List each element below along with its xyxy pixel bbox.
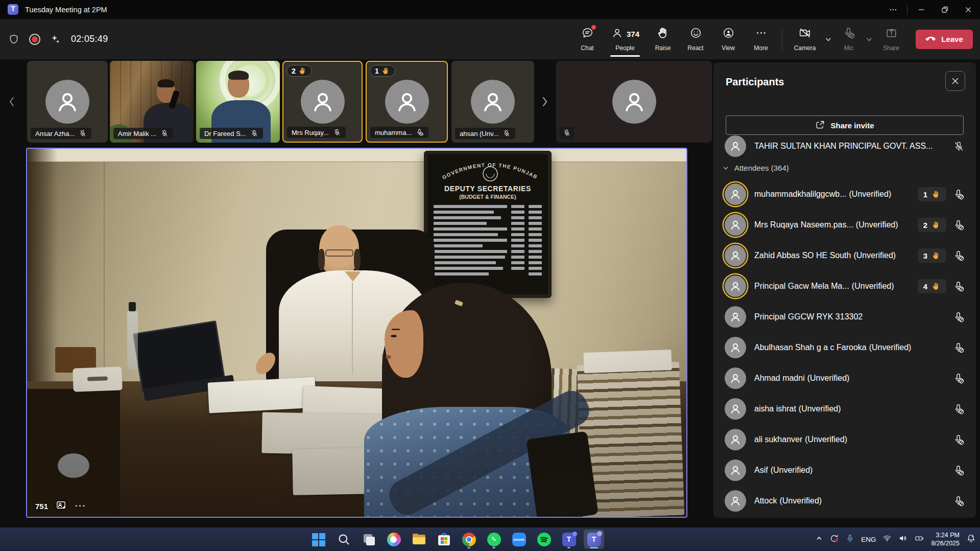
filmstrip-tile[interactable]: ahsan (Unv... (451, 61, 534, 143)
attendee-row[interactable]: Asif(Unverified) (713, 455, 976, 486)
tile-name-label: Ansar Azha... (31, 128, 91, 139)
avatar (725, 398, 746, 420)
filmstrip-tile[interactable]: 2Mrs Ruqay... (282, 61, 363, 143)
people-button[interactable]: 374 People (604, 20, 647, 58)
attendee-row[interactable]: Zahid Abbas SO HE South(Unverified)3 (713, 240, 976, 271)
mic-blocked-icon (416, 128, 424, 136)
tray-chevron-up-icon[interactable] (816, 535, 823, 544)
mic-options-chevron[interactable] (864, 20, 875, 58)
filmstrip-tile[interactable] (556, 61, 712, 143)
wifi-icon[interactable] (882, 534, 892, 545)
attendee-status: (Unverified) (805, 435, 847, 444)
copilot-taskbar-icon[interactable] (384, 530, 404, 549)
avatar (725, 460, 746, 481)
participant-row-pinned[interactable]: TAHIR SULTAN KHAN PRINCIPAL GOVT. ASS... (713, 134, 976, 158)
mic-muted-icon (160, 129, 169, 137)
attendee-row[interactable]: Principal Gacw Mela Ma...(Unverified)4 (713, 271, 976, 302)
avatar (725, 429, 746, 450)
taskbar-clock[interactable]: 3:24 PM 8/26/2025 (931, 531, 960, 548)
share-invite-icon (815, 120, 825, 131)
notification-bell-icon[interactable]: z (966, 534, 976, 545)
react-button[interactable]: React (679, 20, 712, 58)
windows-start-taskbar-icon[interactable] (308, 530, 329, 549)
more-dots-icon (755, 27, 768, 41)
raise-hand-button[interactable]: Raise (647, 20, 679, 58)
raised-hand-badge: 1 (370, 65, 395, 77)
file-explorer-taskbar-icon[interactable] (409, 530, 429, 549)
close-button[interactable] (957, 0, 980, 19)
person-icon (728, 432, 743, 447)
mic-control[interactable] (953, 373, 965, 384)
mic-control[interactable] (953, 311, 965, 323)
attendee-name: Principal GGCW RYK 313302 (754, 312, 863, 322)
stage-more-options[interactable]: ··· (75, 501, 86, 511)
mic-control[interactable] (953, 281, 965, 292)
participant-name: TAHIR SULTAN KHAN PRINCIPAL GOVT. ASS... (754, 142, 933, 151)
more-button[interactable]: More (745, 20, 777, 58)
volume-icon[interactable] (898, 534, 907, 545)
person-icon (728, 218, 743, 232)
attendee-row[interactable]: Abulhasan Shah g a c Farooka(Unverified) (713, 332, 976, 363)
tray-mic-icon[interactable] (846, 534, 854, 545)
attendee-row[interactable]: aisha ishrat(Unverified) (713, 394, 976, 424)
attendee-row[interactable]: Principal GGCW RYK 313302 (713, 302, 976, 332)
restore-button[interactable] (933, 0, 957, 19)
filmstrip-tile[interactable]: Amir Malik ... (110, 61, 194, 143)
share-button[interactable]: Share (875, 20, 907, 58)
search-taskbar-icon[interactable] (333, 530, 354, 549)
filmstrip-tile[interactable]: Dr Fareed S... (196, 61, 280, 143)
mic-control[interactable] (953, 465, 965, 476)
view-button[interactable]: View (712, 20, 745, 58)
language-indicator[interactable]: ENG (861, 536, 876, 543)
mic-button[interactable]: Mic (834, 20, 864, 58)
filmstrip-tile[interactable]: 1muhamma... (366, 61, 448, 143)
raise-hand-icon (657, 27, 670, 41)
window-more-button[interactable] (881, 0, 905, 19)
chat-button[interactable]: Chat (571, 20, 604, 58)
filmstrip-scroll-right[interactable] (539, 93, 551, 110)
teams-taskbar-icon[interactable]: T (584, 530, 604, 549)
mic-muted-icon[interactable] (953, 141, 965, 152)
attendees-section-header[interactable]: Attendees (364) (723, 164, 789, 172)
minimize-button[interactable] (910, 0, 933, 19)
mic-control[interactable] (953, 495, 965, 507)
leave-button[interactable]: Leave (916, 30, 973, 49)
mic-control[interactable] (953, 342, 965, 354)
whatsapp-taskbar-icon[interactable] (484, 530, 504, 549)
mic-control[interactable] (953, 250, 965, 262)
person-icon (728, 371, 743, 385)
mic-control[interactable] (953, 219, 965, 231)
chat-notification-dot (591, 25, 596, 30)
teams-classic-taskbar-icon[interactable]: T (559, 530, 579, 549)
task-view-taskbar-icon[interactable] (358, 530, 379, 549)
spotlight-pin-icon[interactable] (56, 500, 67, 512)
stage-overlay-controls: 751 ··· (35, 500, 86, 512)
share-invite-button[interactable]: Share invite (726, 116, 964, 135)
attendee-row[interactable]: Attock(Unverified) (713, 486, 976, 516)
spotify-taskbar-icon[interactable] (534, 530, 554, 549)
mic-blocked-icon (953, 434, 965, 446)
person-icon (728, 340, 743, 355)
attendee-row[interactable]: Mrs Ruqaya Naseem.pas...(Unverified)2 (713, 210, 976, 240)
mic-control[interactable] (953, 403, 965, 415)
close-panel-button[interactable] (945, 71, 965, 91)
attendee-row[interactable]: Ahmad madni(Unverified) (713, 363, 976, 394)
battery-icon[interactable] (914, 534, 924, 545)
attendee-row[interactable]: ali sukhanver(Unverified) (713, 424, 976, 455)
camera-options-chevron[interactable] (823, 20, 834, 58)
zoom-taskbar-icon[interactable]: zoom (509, 530, 529, 549)
mic-control[interactable] (953, 189, 965, 200)
camera-button[interactable]: Camera (787, 20, 823, 58)
mic-blocked-icon (953, 311, 965, 323)
microsoft-store-taskbar-icon[interactable] (434, 530, 454, 549)
sync-recording-icon[interactable] (829, 534, 839, 545)
main-video-stage[interactable]: GOVERNMENT OF THE PUNJAB DEPUTY SECRETAR… (26, 148, 687, 518)
window-controls-divider (907, 5, 907, 15)
chrome-taskbar-icon[interactable] (459, 530, 479, 549)
taskbar-app-icons: zoomTT (308, 530, 604, 549)
mic-control[interactable] (953, 434, 965, 446)
attendee-row[interactable]: muhammadkhalilggcwb...(Unverified)1 (713, 179, 976, 210)
filmstrip-tile[interactable]: Ansar Azha... (27, 61, 108, 143)
attendee-name: aisha ishrat (754, 404, 796, 414)
attendee-list: muhammadkhalilggcwb...(Unverified)1Mrs R… (713, 179, 976, 516)
